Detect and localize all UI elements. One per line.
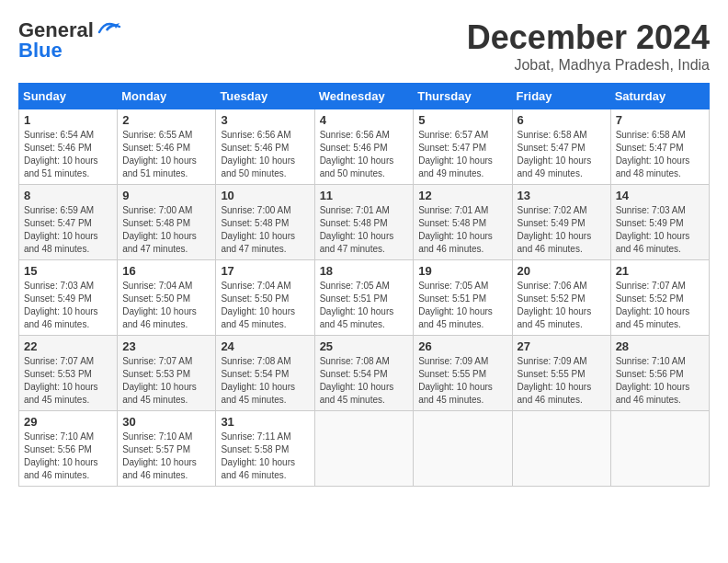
table-row: 16Sunrise: 7:04 AMSunset: 5:50 PMDayligh… [118, 260, 216, 336]
day-number: 30 [122, 415, 210, 429]
calendar-week-row: 22Sunrise: 7:07 AMSunset: 5:53 PMDayligh… [19, 336, 710, 411]
table-row: 12Sunrise: 7:01 AMSunset: 5:48 PMDayligh… [414, 185, 512, 260]
table-row: 20Sunrise: 7:06 AMSunset: 5:52 PMDayligh… [512, 260, 610, 336]
day-info: Sunrise: 6:57 AMSunset: 5:47 PMDaylight:… [418, 129, 506, 180]
calendar-table: SundayMondayTuesdayWednesdayThursdayFrid… [18, 83, 710, 487]
table-row: 15Sunrise: 7:03 AMSunset: 5:49 PMDayligh… [19, 260, 118, 336]
day-info: Sunrise: 7:10 AMSunset: 5:56 PMDaylight:… [616, 355, 704, 407]
day-info: Sunrise: 7:08 AMSunset: 5:54 PMDaylight:… [320, 355, 409, 407]
day-number: 29 [24, 415, 112, 429]
logo-blue: Blue [18, 39, 63, 63]
logo-bird-icon [96, 19, 121, 38]
day-number: 3 [221, 113, 309, 127]
table-row [414, 411, 512, 487]
table-row: 22Sunrise: 7:07 AMSunset: 5:53 PMDayligh… [19, 336, 118, 411]
table-row: 21Sunrise: 7:07 AMSunset: 5:52 PMDayligh… [610, 260, 709, 336]
table-row: 28Sunrise: 7:10 AMSunset: 5:56 PMDayligh… [610, 336, 709, 411]
day-number: 17 [221, 264, 309, 278]
day-number: 15 [24, 264, 112, 278]
calendar-week-row: 8Sunrise: 6:59 AMSunset: 5:47 PMDaylight… [19, 185, 710, 260]
table-row: 14Sunrise: 7:03 AMSunset: 5:49 PMDayligh… [610, 185, 709, 260]
day-number: 25 [320, 339, 409, 353]
day-info: Sunrise: 7:04 AMSunset: 5:50 PMDaylight:… [122, 280, 210, 331]
table-row: 13Sunrise: 7:02 AMSunset: 5:49 PMDayligh… [512, 185, 610, 260]
day-info: Sunrise: 7:02 AMSunset: 5:49 PMDaylight:… [518, 204, 606, 256]
day-info: Sunrise: 6:55 AMSunset: 5:46 PMDaylight:… [122, 129, 210, 180]
day-info: Sunrise: 6:56 AMSunset: 5:46 PMDaylight:… [320, 129, 409, 180]
day-number: 19 [418, 264, 506, 278]
calendar-week-row: 29Sunrise: 7:10 AMSunset: 5:56 PMDayligh… [19, 411, 710, 487]
table-row: 29Sunrise: 7:10 AMSunset: 5:56 PMDayligh… [19, 411, 118, 487]
table-row: 10Sunrise: 7:00 AMSunset: 5:48 PMDayligh… [216, 185, 314, 260]
table-row: 2Sunrise: 6:55 AMSunset: 5:46 PMDaylight… [118, 109, 216, 185]
location-title: Jobat, Madhya Pradesh, India [467, 57, 710, 74]
day-info: Sunrise: 7:04 AMSunset: 5:50 PMDaylight:… [221, 280, 309, 331]
table-row: 24Sunrise: 7:08 AMSunset: 5:54 PMDayligh… [216, 336, 314, 411]
calendar-header-saturday: Saturday [610, 84, 709, 109]
day-number: 24 [221, 339, 309, 353]
day-number: 4 [320, 113, 409, 127]
day-number: 26 [418, 339, 506, 353]
page-header: General Blue December 2024 Jobat, Madhya… [18, 18, 710, 74]
day-number: 20 [518, 264, 606, 278]
day-info: Sunrise: 7:06 AMSunset: 5:52 PMDaylight:… [518, 280, 606, 331]
table-row [610, 411, 709, 487]
table-row: 25Sunrise: 7:08 AMSunset: 5:54 PMDayligh… [314, 336, 414, 411]
table-row: 23Sunrise: 7:07 AMSunset: 5:53 PMDayligh… [118, 336, 216, 411]
day-number: 16 [122, 264, 210, 278]
day-number: 21 [616, 264, 704, 278]
day-number: 2 [122, 113, 210, 127]
table-row: 19Sunrise: 7:05 AMSunset: 5:51 PMDayligh… [414, 260, 512, 336]
day-number: 8 [24, 189, 112, 202]
calendar-header-thursday: Thursday [414, 84, 512, 109]
day-info: Sunrise: 7:05 AMSunset: 5:51 PMDaylight:… [320, 280, 409, 331]
table-row: 31Sunrise: 7:11 AMSunset: 5:58 PMDayligh… [216, 411, 314, 487]
table-row: 9Sunrise: 7:00 AMSunset: 5:48 PMDaylight… [118, 185, 216, 260]
day-info: Sunrise: 7:09 AMSunset: 5:55 PMDaylight:… [418, 355, 506, 407]
table-row [512, 411, 610, 487]
title-area: December 2024 Jobat, Madhya Pradesh, Ind… [467, 18, 710, 74]
day-info: Sunrise: 7:01 AMSunset: 5:48 PMDaylight:… [320, 204, 409, 256]
day-number: 5 [418, 113, 506, 127]
day-info: Sunrise: 7:10 AMSunset: 5:56 PMDaylight:… [24, 431, 112, 482]
calendar-week-row: 15Sunrise: 7:03 AMSunset: 5:49 PMDayligh… [19, 260, 710, 336]
logo: General Blue [18, 18, 121, 63]
calendar-header-tuesday: Tuesday [216, 84, 314, 109]
day-number: 1 [24, 113, 112, 127]
day-number: 7 [616, 113, 704, 127]
table-row: 30Sunrise: 7:10 AMSunset: 5:57 PMDayligh… [118, 411, 216, 487]
table-row: 3Sunrise: 6:56 AMSunset: 5:46 PMDaylight… [216, 109, 314, 185]
day-info: Sunrise: 7:07 AMSunset: 5:52 PMDaylight:… [616, 280, 704, 331]
calendar-header-monday: Monday [118, 84, 216, 109]
table-row: 27Sunrise: 7:09 AMSunset: 5:55 PMDayligh… [512, 336, 610, 411]
day-info: Sunrise: 7:03 AMSunset: 5:49 PMDaylight:… [24, 280, 112, 331]
table-row: 6Sunrise: 6:58 AMSunset: 5:47 PMDaylight… [512, 109, 610, 185]
day-number: 11 [320, 189, 409, 202]
day-info: Sunrise: 6:58 AMSunset: 5:47 PMDaylight:… [518, 129, 606, 180]
day-number: 9 [122, 189, 210, 202]
table-row: 5Sunrise: 6:57 AMSunset: 5:47 PMDaylight… [414, 109, 512, 185]
table-row: 7Sunrise: 6:58 AMSunset: 5:47 PMDaylight… [610, 109, 709, 185]
day-number: 14 [616, 189, 704, 202]
calendar-week-row: 1Sunrise: 6:54 AMSunset: 5:46 PMDaylight… [19, 109, 710, 185]
calendar-header-friday: Friday [512, 84, 610, 109]
day-info: Sunrise: 6:58 AMSunset: 5:47 PMDaylight:… [616, 129, 704, 180]
day-number: 10 [221, 189, 309, 202]
day-number: 28 [616, 339, 704, 353]
day-info: Sunrise: 7:09 AMSunset: 5:55 PMDaylight:… [518, 355, 606, 407]
day-info: Sunrise: 6:54 AMSunset: 5:46 PMDaylight:… [24, 129, 112, 180]
day-info: Sunrise: 7:07 AMSunset: 5:53 PMDaylight:… [122, 355, 210, 407]
table-row: 17Sunrise: 7:04 AMSunset: 5:50 PMDayligh… [216, 260, 314, 336]
month-title: December 2024 [467, 18, 710, 57]
table-row: 4Sunrise: 6:56 AMSunset: 5:46 PMDaylight… [314, 109, 414, 185]
day-number: 18 [320, 264, 409, 278]
day-number: 13 [518, 189, 606, 202]
day-info: Sunrise: 6:59 AMSunset: 5:47 PMDaylight:… [24, 204, 112, 256]
day-number: 31 [221, 415, 309, 429]
calendar-header-sunday: Sunday [19, 84, 118, 109]
day-number: 22 [24, 339, 112, 353]
calendar-header-wednesday: Wednesday [314, 84, 414, 109]
day-number: 27 [518, 339, 606, 353]
calendar-header-row: SundayMondayTuesdayWednesdayThursdayFrid… [19, 84, 710, 109]
day-info: Sunrise: 7:11 AMSunset: 5:58 PMDaylight:… [221, 431, 309, 482]
